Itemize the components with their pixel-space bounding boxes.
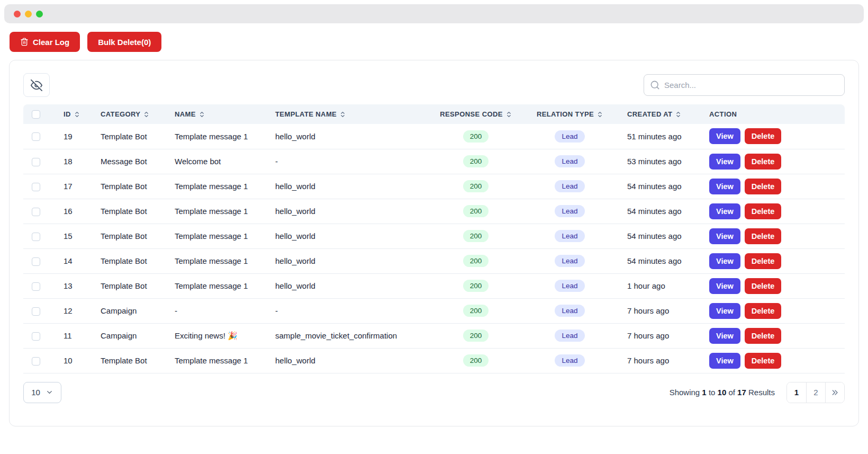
column-header-name: NAME bbox=[166, 104, 267, 124]
column-header-id: ID bbox=[55, 104, 92, 124]
table-row: 19Template BotTemplate message 1hello_wo… bbox=[23, 124, 845, 149]
column-header-label-relation_type[interactable]: RELATION TYPE bbox=[537, 110, 603, 118]
column-header-label-template_name[interactable]: TEMPLATE NAME bbox=[275, 110, 346, 118]
delete-button[interactable]: Delete bbox=[745, 253, 782, 269]
view-button[interactable]: View bbox=[709, 128, 740, 144]
cell-category: Message Bot bbox=[92, 149, 166, 174]
row-checkbox[interactable] bbox=[32, 183, 40, 191]
cell-template-name: hello_world bbox=[267, 248, 431, 273]
cell-created-at: 54 minutes ago bbox=[619, 199, 701, 224]
table-row: 18Message BotWelcome bot-200Lead53 minut… bbox=[23, 149, 845, 174]
cell-response-code: 200 bbox=[431, 298, 521, 323]
page-button-2[interactable]: 2 bbox=[806, 382, 825, 403]
clear-log-button[interactable]: Clear Log bbox=[10, 32, 80, 52]
delete-button[interactable]: Delete bbox=[745, 353, 782, 369]
view-button[interactable]: View bbox=[709, 278, 740, 294]
delete-button[interactable]: Delete bbox=[745, 278, 782, 294]
row-checkbox-cell bbox=[23, 298, 55, 323]
row-checkbox[interactable] bbox=[32, 257, 40, 266]
delete-button[interactable]: Delete bbox=[745, 328, 782, 344]
delete-button[interactable]: Delete bbox=[745, 303, 782, 319]
double-chevron-right-icon bbox=[831, 388, 839, 397]
row-checkbox[interactable] bbox=[32, 282, 40, 291]
column-header-category: CATEGORY bbox=[92, 104, 166, 124]
row-checkbox-cell bbox=[23, 273, 55, 298]
relation-type-badge: Lead bbox=[555, 205, 584, 217]
view-button[interactable]: View bbox=[709, 303, 740, 319]
cell-relation-type: Lead bbox=[521, 323, 619, 348]
bulk-delete-button[interactable]: Bulk Delete(0) bbox=[87, 32, 161, 52]
sort-icon bbox=[340, 111, 346, 118]
cell-template-name: hello_world bbox=[267, 199, 431, 224]
view-button[interactable]: View bbox=[709, 179, 740, 194]
window-titlebar bbox=[4, 4, 864, 23]
column-header-label-created_at[interactable]: CREATED AT bbox=[627, 110, 681, 118]
eye-off-icon bbox=[31, 79, 42, 91]
row-checkbox[interactable] bbox=[32, 158, 40, 166]
cell-created-at: 54 minutes ago bbox=[619, 174, 701, 199]
view-button[interactable]: View bbox=[709, 253, 740, 269]
column-header-label-category[interactable]: CATEGORY bbox=[101, 110, 149, 118]
page-button-1[interactable]: 1 bbox=[787, 382, 806, 403]
traffic-light-maximize-button[interactable] bbox=[36, 11, 43, 17]
search-box bbox=[644, 74, 845, 96]
cell-name: Welcome bot bbox=[166, 149, 267, 174]
view-button[interactable]: View bbox=[709, 203, 740, 219]
column-header-response_code: RESPONSE CODE bbox=[431, 104, 521, 124]
table-row: 13Template BotTemplate message 1hello_wo… bbox=[23, 273, 845, 298]
view-button[interactable]: View bbox=[709, 154, 740, 170]
row-checkbox[interactable] bbox=[32, 208, 40, 216]
sort-icon bbox=[597, 111, 603, 118]
search-input[interactable] bbox=[644, 74, 845, 96]
cell-id: 10 bbox=[55, 348, 92, 373]
delete-button[interactable]: Delete bbox=[745, 128, 782, 144]
row-checkbox[interactable] bbox=[32, 357, 40, 366]
cell-response-code: 200 bbox=[431, 273, 521, 298]
traffic-light-close-button[interactable] bbox=[14, 11, 21, 17]
row-checkbox[interactable] bbox=[32, 233, 40, 241]
sort-icon bbox=[675, 111, 681, 118]
page-size-select[interactable]: 10 bbox=[23, 382, 61, 403]
cell-relation-type: Lead bbox=[521, 149, 619, 174]
row-checkbox-cell bbox=[23, 348, 55, 373]
delete-button[interactable]: Delete bbox=[745, 228, 782, 244]
cell-response-code: 200 bbox=[431, 199, 521, 224]
view-button[interactable]: View bbox=[709, 328, 740, 344]
column-header-label-name[interactable]: NAME bbox=[175, 110, 205, 118]
cell-category: Campaign bbox=[92, 298, 166, 323]
view-button[interactable]: View bbox=[709, 228, 740, 244]
row-checkbox[interactable] bbox=[32, 307, 40, 316]
select-all-checkbox[interactable] bbox=[32, 110, 40, 119]
column-header-label-id[interactable]: ID bbox=[64, 110, 80, 118]
relation-type-badge: Lead bbox=[555, 230, 584, 242]
card-toolbar bbox=[23, 73, 845, 104]
cell-category: Template Bot bbox=[92, 199, 166, 224]
cell-name: - bbox=[166, 298, 267, 323]
cell-relation-type: Lead bbox=[521, 298, 619, 323]
toggle-column-visibility-button[interactable] bbox=[23, 73, 50, 97]
cell-category: Template Bot bbox=[92, 224, 166, 248]
cell-relation-type: Lead bbox=[521, 174, 619, 199]
view-button[interactable]: View bbox=[709, 353, 740, 369]
cell-action: ViewDelete bbox=[701, 248, 845, 273]
cell-name: Template message 1 bbox=[166, 174, 267, 199]
delete-button[interactable]: Delete bbox=[745, 203, 782, 219]
delete-button[interactable]: Delete bbox=[745, 154, 782, 170]
cell-action: ViewDelete bbox=[701, 323, 845, 348]
cell-relation-type: Lead bbox=[521, 199, 619, 224]
traffic-light-minimize-button[interactable] bbox=[25, 11, 32, 17]
next-pages-button[interactable] bbox=[825, 382, 844, 403]
relation-type-badge: Lead bbox=[555, 155, 584, 167]
row-checkbox[interactable] bbox=[32, 332, 40, 341]
cell-name: Template message 1 bbox=[166, 273, 267, 298]
table-header: IDCATEGORYNAMETEMPLATE NAMERESPONSE CODE… bbox=[23, 104, 845, 124]
table-row: 10Template BotTemplate message 1hello_wo… bbox=[23, 348, 845, 373]
cell-id: 11 bbox=[55, 323, 92, 348]
table-row: 11CampaignExciting news! 🎉sample_movie_t… bbox=[23, 323, 845, 348]
column-header-label-response_code[interactable]: RESPONSE CODE bbox=[440, 110, 512, 118]
relation-type-badge: Lead bbox=[555, 255, 584, 267]
cell-template-name: - bbox=[267, 298, 431, 323]
row-checkbox[interactable] bbox=[32, 132, 40, 141]
table-row: 12Campaign--200Lead7 hours agoViewDelete bbox=[23, 298, 845, 323]
delete-button[interactable]: Delete bbox=[745, 179, 782, 194]
